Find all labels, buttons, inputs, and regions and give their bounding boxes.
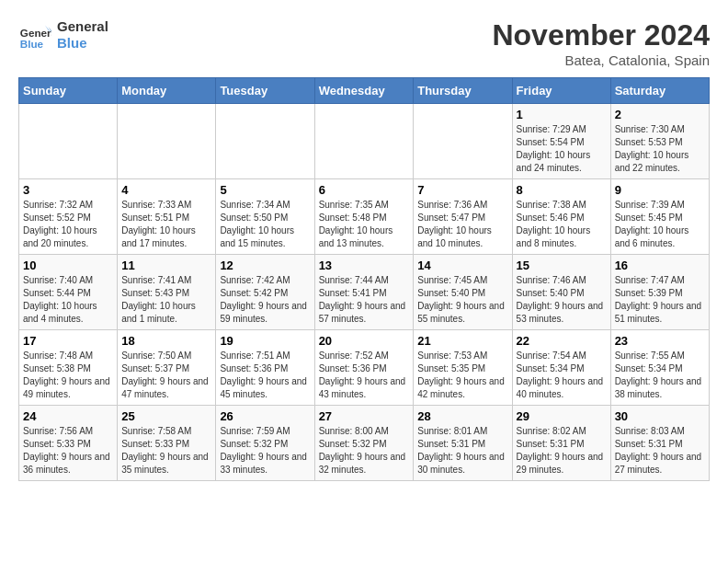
day-cell: 12Sunrise: 7:42 AM Sunset: 5:42 PM Dayli… <box>216 255 314 330</box>
day-number: 5 <box>220 183 310 197</box>
day-number: 29 <box>517 409 607 423</box>
svg-text:Blue: Blue <box>20 38 44 50</box>
day-cell: 7Sunrise: 7:36 AM Sunset: 5:47 PM Daylig… <box>414 179 512 255</box>
day-number: 20 <box>319 334 410 348</box>
day-info: Sunrise: 7:44 AM Sunset: 5:41 PM Dayligh… <box>319 274 410 326</box>
day-number: 21 <box>417 334 507 348</box>
day-cell: 11Sunrise: 7:41 AM Sunset: 5:43 PM Dayli… <box>118 255 216 330</box>
day-cell <box>216 104 314 179</box>
day-info: Sunrise: 7:34 AM Sunset: 5:50 PM Dayligh… <box>220 199 310 250</box>
day-info: Sunrise: 7:52 AM Sunset: 5:36 PM Dayligh… <box>319 350 410 401</box>
day-cell: 29Sunrise: 8:02 AM Sunset: 5:31 PM Dayli… <box>512 406 610 481</box>
page-header: General Blue General Blue November 2024 … <box>18 18 710 68</box>
day-cell: 27Sunrise: 8:00 AM Sunset: 5:32 PM Dayli… <box>314 406 414 481</box>
day-cell: 18Sunrise: 7:50 AM Sunset: 5:37 PM Dayli… <box>118 330 216 406</box>
day-number: 27 <box>319 409 410 423</box>
day-info: Sunrise: 7:53 AM Sunset: 5:35 PM Dayligh… <box>417 350 507 401</box>
column-header-tuesday: Tuesday <box>216 78 314 104</box>
day-info: Sunrise: 7:33 AM Sunset: 5:51 PM Dayligh… <box>121 199 211 250</box>
column-header-monday: Monday <box>118 78 216 104</box>
column-header-sunday: Sunday <box>19 78 118 104</box>
day-number: 7 <box>417 183 507 197</box>
column-header-thursday: Thursday <box>414 78 512 104</box>
day-info: Sunrise: 7:50 AM Sunset: 5:37 PM Dayligh… <box>121 350 211 401</box>
day-info: Sunrise: 7:40 AM Sunset: 5:44 PM Dayligh… <box>23 274 113 326</box>
day-info: Sunrise: 7:55 AM Sunset: 5:34 PM Dayligh… <box>615 350 705 401</box>
day-cell: 25Sunrise: 7:58 AM Sunset: 5:33 PM Dayli… <box>118 406 216 481</box>
day-cell <box>19 104 118 179</box>
day-number: 9 <box>615 183 705 197</box>
day-cell: 22Sunrise: 7:54 AM Sunset: 5:34 PM Dayli… <box>512 330 610 406</box>
day-info: Sunrise: 7:51 AM Sunset: 5:36 PM Dayligh… <box>220 350 310 401</box>
day-info: Sunrise: 7:30 AM Sunset: 5:53 PM Dayligh… <box>615 123 705 175</box>
day-number: 13 <box>319 259 410 272</box>
day-number: 4 <box>121 183 211 197</box>
day-number: 2 <box>615 108 705 121</box>
title-block: November 2024 Batea, Catalonia, Spain <box>492 18 710 68</box>
day-number: 11 <box>121 259 211 272</box>
day-number: 14 <box>417 259 507 272</box>
week-row-5: 24Sunrise: 7:56 AM Sunset: 5:33 PM Dayli… <box>19 406 710 481</box>
day-info: Sunrise: 7:48 AM Sunset: 5:38 PM Dayligh… <box>23 350 113 401</box>
calendar-table: SundayMondayTuesdayWednesdayThursdayFrid… <box>18 77 710 481</box>
logo-line2: Blue <box>57 35 108 52</box>
day-number: 22 <box>517 334 607 348</box>
day-cell: 8Sunrise: 7:38 AM Sunset: 5:46 PM Daylig… <box>512 179 610 255</box>
day-cell: 6Sunrise: 7:35 AM Sunset: 5:48 PM Daylig… <box>314 179 414 255</box>
day-info: Sunrise: 8:02 AM Sunset: 5:31 PM Dayligh… <box>517 425 607 477</box>
day-number: 30 <box>615 409 705 423</box>
day-info: Sunrise: 7:32 AM Sunset: 5:52 PM Dayligh… <box>23 199 113 250</box>
day-number: 1 <box>517 108 607 121</box>
day-cell: 28Sunrise: 8:01 AM Sunset: 5:31 PM Dayli… <box>414 406 512 481</box>
day-number: 19 <box>220 334 310 348</box>
day-info: Sunrise: 7:54 AM Sunset: 5:34 PM Dayligh… <box>517 350 607 401</box>
day-info: Sunrise: 8:01 AM Sunset: 5:31 PM Dayligh… <box>417 425 507 477</box>
day-cell: 10Sunrise: 7:40 AM Sunset: 5:44 PM Dayli… <box>19 255 118 330</box>
column-header-wednesday: Wednesday <box>314 78 414 104</box>
location-subtitle: Batea, Catalonia, Spain <box>492 52 710 68</box>
day-info: Sunrise: 7:39 AM Sunset: 5:45 PM Dayligh… <box>615 199 705 250</box>
logo: General Blue General Blue <box>18 18 108 52</box>
week-row-3: 10Sunrise: 7:40 AM Sunset: 5:44 PM Dayli… <box>19 255 710 330</box>
header-row: SundayMondayTuesdayWednesdayThursdayFrid… <box>19 78 710 104</box>
day-number: 26 <box>220 409 310 423</box>
day-number: 18 <box>121 334 211 348</box>
day-cell: 20Sunrise: 7:52 AM Sunset: 5:36 PM Dayli… <box>314 330 414 406</box>
day-info: Sunrise: 7:47 AM Sunset: 5:39 PM Dayligh… <box>615 274 705 326</box>
day-cell: 30Sunrise: 8:03 AM Sunset: 5:31 PM Dayli… <box>610 406 709 481</box>
day-cell <box>314 104 414 179</box>
day-number: 28 <box>417 409 507 423</box>
day-info: Sunrise: 7:38 AM Sunset: 5:46 PM Dayligh… <box>517 199 607 250</box>
day-cell: 23Sunrise: 7:55 AM Sunset: 5:34 PM Dayli… <box>610 330 709 406</box>
day-info: Sunrise: 7:46 AM Sunset: 5:40 PM Dayligh… <box>517 274 607 326</box>
logo-line1: General <box>57 18 108 35</box>
week-row-4: 17Sunrise: 7:48 AM Sunset: 5:38 PM Dayli… <box>19 330 710 406</box>
day-number: 3 <box>23 183 113 197</box>
day-info: Sunrise: 7:42 AM Sunset: 5:42 PM Dayligh… <box>220 274 310 326</box>
day-info: Sunrise: 7:45 AM Sunset: 5:40 PM Dayligh… <box>417 274 507 326</box>
day-cell: 26Sunrise: 7:59 AM Sunset: 5:32 PM Dayli… <box>216 406 314 481</box>
logo-icon: General Blue <box>18 18 51 52</box>
day-cell: 17Sunrise: 7:48 AM Sunset: 5:38 PM Dayli… <box>19 330 118 406</box>
day-cell: 4Sunrise: 7:33 AM Sunset: 5:51 PM Daylig… <box>118 179 216 255</box>
day-cell <box>414 104 512 179</box>
day-number: 23 <box>615 334 705 348</box>
day-cell: 15Sunrise: 7:46 AM Sunset: 5:40 PM Dayli… <box>512 255 610 330</box>
day-info: Sunrise: 7:41 AM Sunset: 5:43 PM Dayligh… <box>121 274 211 326</box>
day-info: Sunrise: 7:56 AM Sunset: 5:33 PM Dayligh… <box>23 425 113 477</box>
day-cell: 5Sunrise: 7:34 AM Sunset: 5:50 PM Daylig… <box>216 179 314 255</box>
day-info: Sunrise: 7:36 AM Sunset: 5:47 PM Dayligh… <box>417 199 507 250</box>
day-info: Sunrise: 8:00 AM Sunset: 5:32 PM Dayligh… <box>319 425 410 477</box>
day-cell: 24Sunrise: 7:56 AM Sunset: 5:33 PM Dayli… <box>19 406 118 481</box>
day-cell: 9Sunrise: 7:39 AM Sunset: 5:45 PM Daylig… <box>610 179 709 255</box>
day-info: Sunrise: 7:59 AM Sunset: 5:32 PM Dayligh… <box>220 425 310 477</box>
day-number: 15 <box>517 259 607 272</box>
day-number: 6 <box>319 183 410 197</box>
day-cell <box>118 104 216 179</box>
day-info: Sunrise: 7:58 AM Sunset: 5:33 PM Dayligh… <box>121 425 211 477</box>
day-cell: 1Sunrise: 7:29 AM Sunset: 5:54 PM Daylig… <box>512 104 610 179</box>
day-number: 8 <box>517 183 607 197</box>
day-number: 10 <box>23 259 113 272</box>
day-info: Sunrise: 8:03 AM Sunset: 5:31 PM Dayligh… <box>615 425 705 477</box>
column-header-saturday: Saturday <box>610 78 709 104</box>
